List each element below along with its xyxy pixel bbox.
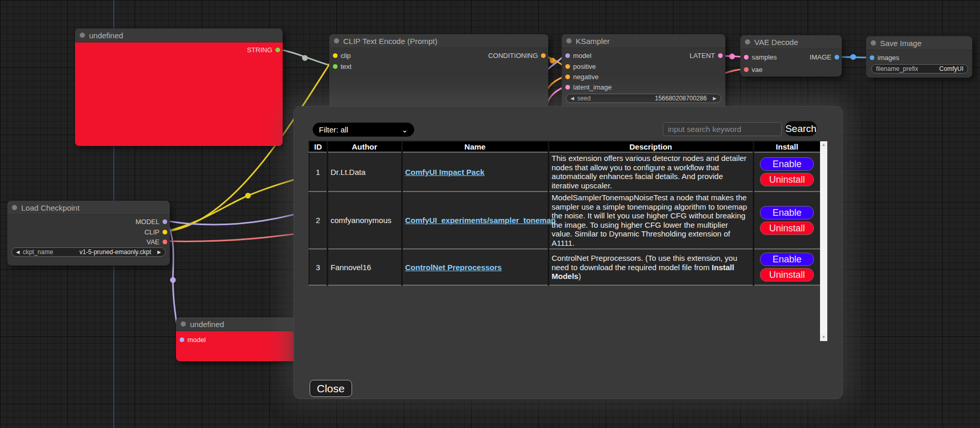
enable-button[interactable]: Enable (760, 157, 814, 171)
node-body: samples vae IMAGE (740, 49, 842, 77)
close-button[interactable]: Close (310, 380, 352, 397)
clip-port-icon[interactable] (333, 53, 338, 58)
image-port-icon[interactable] (835, 55, 839, 60)
extension-link[interactable]: ComfyUI_experiments/sampler_tonemap (405, 216, 556, 225)
node-body: STRING (75, 42, 283, 146)
input-negative[interactable]: negative (565, 73, 598, 80)
cell-name: ComfyUI_experiments/sampler_tonemap (402, 191, 548, 249)
output-latent[interactable]: LATENT (690, 52, 723, 59)
node-collapse-dot[interactable] (566, 38, 572, 43)
node-save-image[interactable]: Save Image images filename_prefix ComfyU… (866, 36, 972, 78)
clip-out-port-icon[interactable] (163, 230, 167, 234)
model-port-icon[interactable] (565, 53, 570, 58)
reroute-dot-latent (729, 54, 735, 60)
text-port-icon[interactable] (333, 64, 338, 69)
node-undefined-top[interactable]: undefined STRING (75, 28, 283, 146)
prev-arrow-icon[interactable]: ◀ (16, 249, 20, 255)
node-collapse-dot[interactable] (12, 205, 17, 210)
enable-button[interactable]: Enable (760, 253, 814, 266)
latent-port-icon[interactable] (565, 85, 570, 90)
table-scrollbar[interactable]: ▲ ▼ (820, 141, 827, 341)
negative-port-icon[interactable] (565, 75, 570, 79)
reroute-dot-model (170, 277, 176, 283)
node-header[interactable]: CLIP Text Encode (Prompt) (329, 34, 548, 48)
input-images[interactable]: images (870, 54, 899, 61)
chevron-down-icon: ⌄ (401, 127, 408, 132)
enable-button[interactable]: Enable (760, 206, 814, 219)
node-header[interactable]: KSampler (562, 34, 725, 48)
input-clip[interactable]: clip (333, 52, 351, 59)
input-positive[interactable]: positive (565, 63, 596, 70)
node-header[interactable]: Save Image (866, 36, 972, 50)
extension-table-container: ID Author Name Description Install 1Dr.L… (309, 141, 827, 343)
node-load-checkpoint[interactable]: Load Checkpoint MODEL CLIP VAE ◀ ckpt_na… (7, 201, 170, 265)
seed-widget[interactable]: ◀ seed 156680208700286 ▶ (566, 94, 721, 103)
filter-select-value: Filter: all (319, 125, 348, 134)
scroll-down-icon[interactable]: ▼ (820, 334, 827, 341)
search-button[interactable]: Search (784, 121, 817, 137)
extension-link[interactable]: ComfyUI Impact Pack (405, 168, 485, 176)
cell-description: ModelSamplerTonemapNoiseTest a node that… (548, 191, 753, 249)
custom-nodes-manager-dialog: Filter: all ⌄ Search ID Author Name Desc… (294, 106, 843, 399)
node-header[interactable]: Load Checkpoint (7, 201, 170, 215)
next-arrow-icon[interactable]: ▶ (157, 249, 161, 255)
cell-install: EnableUninstall (753, 191, 821, 249)
vae-out-port-icon[interactable] (163, 240, 167, 244)
node-collapse-dot[interactable] (871, 40, 876, 46)
positive-port-icon[interactable] (565, 64, 570, 69)
samples-port-icon[interactable] (744, 55, 749, 60)
string-port-icon[interactable] (275, 48, 280, 52)
vae-port-icon[interactable] (744, 67, 749, 72)
reroute-dot-conditioning (550, 58, 555, 64)
node-header[interactable]: undefined (75, 28, 283, 42)
search-input[interactable] (663, 122, 782, 136)
output-string[interactable]: STRING (247, 46, 280, 53)
input-model[interactable]: model (565, 52, 591, 59)
ckpt-name-widget[interactable]: ◀ ckpt_name v1-5-pruned-emaonly.ckpt ▶ (11, 247, 166, 257)
filter-select[interactable]: Filter: all ⌄ (313, 123, 414, 137)
header-author: Author (327, 141, 402, 152)
input-vae[interactable]: vae (744, 66, 763, 73)
reroute-dot-image (851, 54, 856, 60)
model-out-port-icon[interactable] (163, 219, 167, 224)
reroute-dot-string (302, 55, 308, 61)
output-model[interactable]: MODEL (136, 218, 167, 225)
decrement-arrow-icon[interactable]: ◀ (571, 96, 574, 101)
filename-prefix-widget[interactable]: filename_prefix ComfyUI (871, 64, 968, 73)
images-port-icon[interactable] (870, 55, 874, 60)
node-title: VAE Decode (754, 38, 798, 47)
conditioning-port-icon[interactable] (541, 53, 546, 58)
latent-out-port-icon[interactable] (718, 53, 723, 58)
node-title: undefined (190, 320, 224, 329)
input-text[interactable]: text (333, 63, 352, 70)
node-graph-canvas[interactable]: undefined STRING CLIP Text Encode (Promp… (0, 0, 980, 428)
input-model[interactable]: model (180, 336, 206, 343)
cell-name: ComfyUI Impact Pack (402, 152, 548, 191)
node-vae-decode[interactable]: VAE Decode samples vae IMAGE (740, 35, 842, 77)
node-collapse-dot[interactable] (334, 38, 339, 43)
output-conditioning[interactable]: CONDITIONING (488, 52, 546, 59)
output-vae[interactable]: VAE (147, 238, 167, 245)
node-collapse-dot[interactable] (181, 321, 186, 327)
uninstall-button[interactable]: Uninstall (760, 222, 814, 235)
increment-arrow-icon[interactable]: ▶ (713, 96, 716, 101)
header-id: ID (309, 141, 327, 152)
input-latent-image[interactable]: latent_image (565, 83, 611, 91)
reroute-dot-clip (245, 193, 251, 199)
cell-description: ControlNet Preprocessors. (To use this e… (548, 249, 753, 285)
node-header[interactable]: VAE Decode (740, 35, 842, 49)
input-samples[interactable]: samples (744, 53, 777, 61)
header-install: Install (753, 141, 821, 152)
extension-link[interactable]: ControlNet Preprocessors (405, 263, 502, 272)
header-name: Name (402, 141, 548, 152)
output-image[interactable]: IMAGE (810, 53, 839, 61)
scroll-up-icon[interactable]: ▲ (820, 141, 827, 149)
cell-id: 2 (309, 191, 327, 249)
uninstall-button[interactable]: Uninstall (760, 268, 814, 282)
output-clip[interactable]: CLIP (144, 228, 167, 235)
uninstall-button[interactable]: Uninstall (760, 173, 814, 186)
node-collapse-dot[interactable] (80, 33, 85, 38)
cell-author: comfyanonymous (327, 191, 402, 249)
node-collapse-dot[interactable] (745, 39, 750, 45)
model-port-icon[interactable] (180, 337, 184, 342)
